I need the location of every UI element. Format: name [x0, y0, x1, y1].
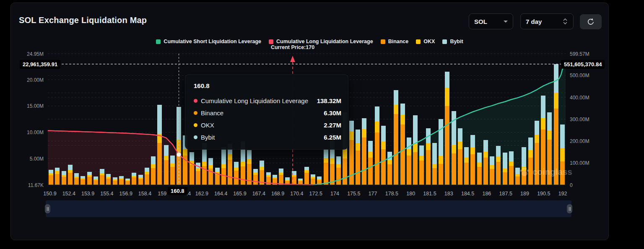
bar-segment-okx — [74, 176, 79, 178]
bar-segment-bybit — [132, 173, 136, 176]
bar-segment-binance — [119, 179, 124, 185]
current-price-arrow-icon — [290, 56, 295, 62]
bar-segment-okx — [317, 179, 322, 180]
bar-segment-bybit — [483, 140, 488, 152]
bar-segment-okx — [356, 143, 360, 151]
tooltip-row: Binance6.30M — [192, 107, 341, 119]
bar-segment-binance — [439, 164, 443, 185]
bar-segment-okx — [419, 156, 424, 161]
x-axis-tick: 189 — [520, 191, 529, 197]
bar-segment-binance — [547, 140, 552, 185]
bar-segment-okx — [93, 179, 98, 180]
tooltip-series-value: 138.32M — [317, 97, 341, 104]
hover-price-badge: 160.8 — [168, 187, 187, 195]
bar-segment-bybit — [93, 176, 98, 179]
bar-segment-bybit — [279, 169, 283, 172]
y-axis-left-tick: 15.00M — [27, 103, 44, 109]
bar-segment-bybit — [55, 168, 60, 171]
bar-segment-okx — [292, 175, 296, 176]
bar-segment-binance — [452, 153, 456, 185]
bar-segment-okx — [541, 118, 545, 130]
bar-segment-okx — [413, 144, 418, 152]
y-axis-left-tick: 5.00M — [30, 156, 44, 162]
liquidation-map-card: SOL Exchange Liquidation Map SOL 7 day C… — [10, 3, 609, 240]
bar-segment-binance — [266, 177, 271, 185]
chart-scrollbar[interactable] — [46, 200, 571, 217]
bar-segment-okx — [196, 168, 200, 171]
bar-segment-binance — [68, 173, 73, 185]
bar-segment-okx — [375, 122, 379, 132]
x-axis-tick: 192 — [558, 191, 567, 197]
bar-segment-bybit — [496, 146, 501, 156]
x-axis-tick: 180 — [406, 191, 415, 197]
y-axis-right-tick: 100.00M — [570, 160, 589, 166]
bar-segment-okx — [132, 176, 136, 178]
x-axis-tick: 178.5 — [385, 191, 398, 197]
bar-segment-binance — [93, 180, 98, 185]
bar-segment-bybit — [362, 118, 366, 129]
bar-segment-okx — [330, 158, 335, 164]
bar-segment-binance — [413, 152, 418, 185]
bar-segment-bybit — [119, 176, 124, 179]
x-axis-tick: 184.5 — [461, 191, 474, 197]
bar-segment-okx — [80, 178, 85, 179]
bar-segment-okx — [119, 178, 124, 179]
bar-segment-okx — [164, 156, 169, 160]
bar-segment-binance — [490, 169, 494, 185]
bar-segment-okx — [100, 173, 104, 175]
hover-point-dot — [177, 153, 181, 156]
bar-segment-okx — [496, 156, 501, 162]
x-axis-tick: 187.5 — [499, 191, 512, 197]
bar-segment-bybit — [560, 124, 565, 148]
bar-segment-bybit — [273, 175, 277, 177]
bar-segment-okx — [106, 177, 111, 179]
bar-segment-bybit — [541, 96, 545, 118]
bar-segment-okx — [324, 158, 328, 163]
bar-segment-binance — [190, 165, 194, 185]
bar-segment-okx — [445, 88, 449, 106]
coinglass-watermark: coinglass — [519, 166, 572, 177]
bar-segment-okx — [228, 154, 232, 160]
tooltip-row: Bybit6.25M — [192, 131, 341, 143]
bar-segment-binance — [215, 174, 220, 185]
scrollbar-left-handle[interactable] — [45, 204, 50, 213]
tooltip-row: OKX2.27M — [192, 119, 341, 131]
bar-segment-binance — [368, 158, 373, 185]
bar-segment-binance — [458, 149, 462, 185]
x-axis-tick: 150.9 — [43, 191, 56, 197]
bar-segment-okx — [170, 163, 175, 167]
bar-segment-binance — [55, 174, 60, 185]
bar-segment-okx — [247, 159, 252, 164]
bar-segment-binance — [253, 175, 258, 185]
bar-segment-bybit — [413, 115, 418, 144]
bar-segment-binance — [304, 173, 309, 185]
bar-segment-okx — [394, 105, 398, 114]
y-axis-right-tick: 500.00M — [570, 73, 589, 78]
bar-segment-bybit — [554, 64, 558, 93]
bar-segment-okx — [336, 164, 341, 168]
bar-segment-okx — [208, 165, 213, 169]
bar-segment-bybit — [100, 169, 104, 173]
bar-segment-bybit — [509, 151, 514, 161]
bar-segment-okx — [138, 178, 143, 179]
bar-segment-okx — [145, 172, 149, 174]
bar-segment-okx — [470, 148, 475, 154]
bar-segment-binance — [132, 177, 136, 185]
tooltip-series-label: Binance — [201, 109, 223, 117]
bar-segment-okx — [343, 149, 347, 159]
scrollbar-right-handle[interactable] — [567, 204, 572, 213]
x-axis-tick: 172.5 — [309, 191, 322, 197]
y-axis-right-tick: 200.00M — [570, 138, 589, 144]
bar-segment-binance — [426, 150, 431, 185]
bar-segment-okx — [381, 141, 386, 149]
bar-segment-bybit — [464, 147, 469, 158]
bar-segment-binance — [80, 179, 85, 185]
bar-segment-binance — [292, 176, 296, 185]
bar-segment-okx — [285, 180, 290, 182]
bar-segment-binance — [464, 163, 469, 185]
x-axis-tick: 190.5 — [537, 191, 550, 197]
bar-segment-binance — [336, 168, 341, 185]
bar-segment-bybit — [445, 72, 449, 88]
bar-segment-binance — [49, 175, 53, 185]
y-axis-right-tick: 400.00M — [570, 95, 589, 101]
